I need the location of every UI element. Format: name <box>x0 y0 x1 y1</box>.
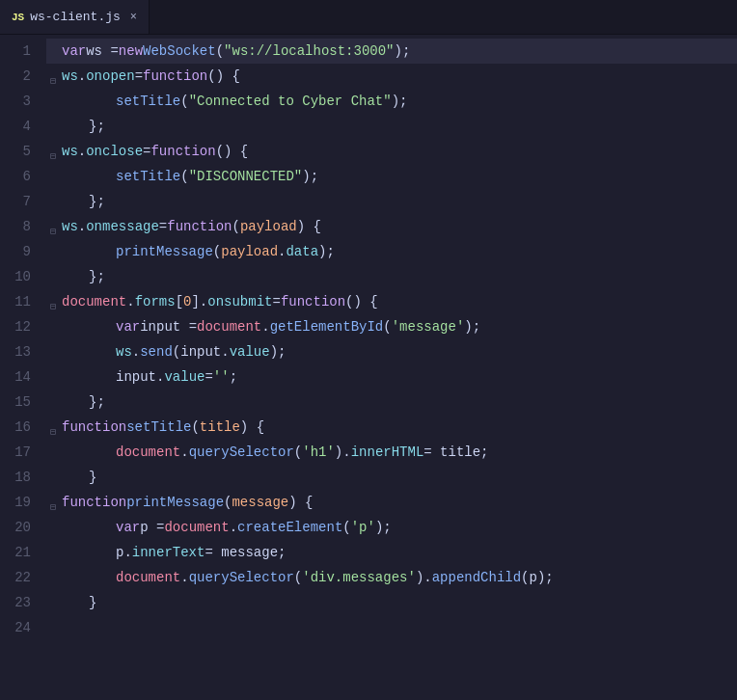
token-code-text: }; <box>89 390 105 415</box>
token-code-text: ( <box>294 565 302 590</box>
token-kw: new <box>119 39 143 64</box>
token-num: 0 <box>183 289 191 314</box>
code-line: p.innerText = message; <box>46 540 737 565</box>
code-line: var p = document.createElement('p'); <box>46 515 737 540</box>
code-line <box>46 615 737 640</box>
token-code-text: ); <box>395 39 411 64</box>
token-code-text: . <box>78 64 86 89</box>
token-obj: document <box>62 289 126 314</box>
token-var-name: ws <box>116 339 132 364</box>
token-prop: innerText <box>132 540 205 565</box>
token-kw: function <box>62 490 126 515</box>
fold-icon[interactable]: ⊟ <box>46 69 60 83</box>
fold-spacer <box>46 521 60 534</box>
token-fn-name: setTitle <box>126 415 191 440</box>
token-prop: onclose <box>86 139 143 164</box>
token-prop: innerHTML <box>351 440 424 465</box>
token-code-text: . <box>180 440 188 465</box>
token-kw: function <box>62 415 126 440</box>
code-line: ⊟ws.onopen = function() { <box>46 64 737 89</box>
fold-icon[interactable]: ⊟ <box>46 145 60 158</box>
token-code-text: ; <box>230 364 237 390</box>
token-kw: function <box>281 289 345 314</box>
fold-spacer <box>46 546 60 559</box>
token-code-text: ) { <box>288 490 313 515</box>
token-code-text: ( <box>294 440 302 465</box>
token-code-text: (input. <box>173 339 230 364</box>
token-fn-name: createElement <box>237 515 342 540</box>
code-line: }; <box>46 264 737 289</box>
token-code-text: ); <box>392 89 408 114</box>
code-line: ⊟ws.onclose = function() { <box>46 139 737 164</box>
token-kw: var <box>116 515 140 540</box>
fold-spacer <box>46 345 60 359</box>
token-code-text: = <box>143 139 150 164</box>
token-code-text: ]. <box>191 289 207 314</box>
token-fn-name: querySelector <box>189 440 294 465</box>
token-fn-name: querySelector <box>189 565 294 590</box>
token-str: "ws://localhost:3000" <box>224 39 394 64</box>
token-code-text: ); <box>302 164 318 189</box>
token-str: 'h1' <box>302 440 335 465</box>
token-fn-name: setTitle <box>116 164 180 189</box>
token-code-text: = <box>272 289 280 314</box>
token-code-text: . <box>180 565 188 590</box>
token-kw: function <box>143 64 207 89</box>
token-code-text: ) { <box>240 415 264 440</box>
token-str: '' <box>213 364 230 390</box>
fold-icon[interactable]: ⊟ <box>46 496 60 509</box>
code-line: input.value = ''; <box>46 364 737 390</box>
token-code-text: ( <box>213 239 221 264</box>
tab-close-button[interactable]: × <box>130 11 137 24</box>
token-code-text: ws = <box>86 39 119 64</box>
token-str: 'div.messages' <box>302 565 416 590</box>
code-line: ⊟document.forms[0].onsubmit = function (… <box>46 289 737 314</box>
fold-spacer <box>46 120 60 133</box>
token-code-text: ( <box>342 515 350 540</box>
fold-spacer <box>46 44 60 58</box>
fold-icon[interactable]: ⊟ <box>46 220 60 233</box>
fold-spacer <box>46 94 60 108</box>
token-prop: onmessage <box>86 214 159 239</box>
fold-icon[interactable]: ⊟ <box>46 420 60 434</box>
token-code-text: ). <box>416 565 432 590</box>
token-code-text: } <box>89 465 96 490</box>
token-param: payload <box>221 239 278 264</box>
token-kw: var <box>116 314 140 339</box>
token-prop: value <box>164 364 205 390</box>
fold-spacer <box>46 270 60 283</box>
token-str: "Connected to Cyber Chat" <box>189 89 392 114</box>
fold-spacer <box>46 596 60 609</box>
token-code-text: ( <box>383 314 391 339</box>
token-param: payload <box>240 214 297 239</box>
code-line: ws.send(input.value); <box>46 339 737 364</box>
editor: 123456789101112131415161718192021222324 … <box>0 35 737 700</box>
token-code-text: . <box>126 289 134 314</box>
token-code-text: ); <box>375 515 392 540</box>
token-code-text: ) { <box>297 214 321 239</box>
token-code-text: . <box>230 515 237 540</box>
token-code-text: } <box>89 590 96 615</box>
token-prop: forms <box>135 289 176 314</box>
token-code-text: }; <box>89 264 105 289</box>
token-param: title <box>200 415 240 440</box>
fold-icon[interactable]: ⊟ <box>46 295 60 309</box>
token-code-text: . <box>278 239 286 264</box>
token-fn-name: setTitle <box>116 89 180 114</box>
token-code-text: ); <box>464 314 480 339</box>
token-var-name: ws <box>62 214 78 239</box>
token-code-text: ( <box>232 214 239 239</box>
token-obj: document <box>164 515 229 540</box>
token-code-text: ( <box>191 415 199 440</box>
fold-spacer <box>46 571 60 584</box>
token-code-text: ). <box>335 440 351 465</box>
code-line: document.querySelector('div.messages').a… <box>46 565 737 590</box>
token-code-text: = message; <box>205 540 286 565</box>
token-prop: onsubmit <box>207 289 272 314</box>
token-code-text: () { <box>207 64 240 89</box>
token-code-text: input = <box>140 314 197 339</box>
token-code-text: ( <box>180 164 188 189</box>
code-area[interactable]: var ws = new WebSocket("ws://localhost:3… <box>41 35 737 700</box>
code-line: var input = document.getElementById('mes… <box>46 314 737 339</box>
tab-ws-client[interactable]: JS ws-client.js × <box>0 0 150 34</box>
